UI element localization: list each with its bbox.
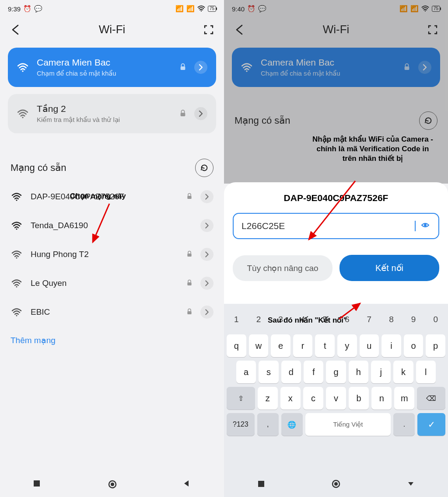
refresh-button[interactable] [195, 159, 214, 177]
system-navbar [224, 473, 448, 497]
detail-chevron[interactable] [200, 248, 214, 261]
backspace-key[interactable]: ⌫ [417, 387, 445, 410]
key[interactable]: b [349, 387, 369, 410]
key[interactable]: g [326, 361, 346, 383]
detail-chevron[interactable] [200, 190, 214, 203]
key[interactable]: s [259, 361, 278, 383]
back-button[interactable] [233, 23, 246, 36]
key[interactable]: a [236, 361, 256, 383]
key[interactable]: 2 [249, 308, 269, 331]
period-key[interactable]: . [393, 413, 415, 436]
connected-network-card[interactable]: Camera Mien Bac Chạm để chia sẻ mật khẩu [8, 48, 216, 87]
key[interactable]: p [426, 334, 445, 357]
key[interactable]: y [337, 334, 357, 357]
advanced-options-button[interactable]: Tùy chọn nâng cao [233, 255, 332, 281]
alarm-icon: ⏰ [247, 5, 256, 13]
key[interactable]: t [315, 334, 335, 357]
key[interactable]: 6 [337, 308, 357, 331]
key[interactable]: 7 [360, 308, 379, 331]
detail-chevron[interactable] [200, 219, 214, 232]
annotation-enter-password: Nhập mật khẩu WiFi của Camera - chính là… [312, 135, 434, 163]
network-subtitle: Chạm để chia sẻ mật khẩu [261, 70, 396, 77]
key[interactable]: n [371, 387, 392, 410]
qr-scan-button[interactable] [202, 23, 215, 36]
network-list: DAP-9E040C9PAZ7526F Tenda_DA6190 Hung Ph… [0, 181, 224, 327]
wifi-icon [17, 61, 29, 73]
key[interactable]: z [258, 387, 278, 410]
status-bar: 9:40 ⏰ 💬 📶 📶 75 [224, 0, 448, 17]
key[interactable]: q [227, 334, 246, 357]
network-name: Camera Mien Bac [261, 57, 396, 68]
lock-icon [186, 192, 192, 201]
key[interactable]: e [271, 334, 290, 357]
key[interactable]: 1 [227, 308, 246, 331]
detail-chevron[interactable] [194, 107, 207, 120]
key[interactable]: 3 [271, 308, 290, 331]
lock-icon [186, 250, 192, 259]
key[interactable]: w [249, 334, 269, 357]
back-button[interactable] [9, 23, 22, 36]
password-field-container[interactable] [233, 213, 439, 239]
page-title: Wi-Fi [246, 23, 426, 36]
key[interactable]: k [393, 361, 413, 383]
comma-key[interactable]: , [257, 413, 279, 436]
recent-apps-button[interactable] [257, 480, 265, 490]
detail-chevron[interactable] [418, 61, 431, 74]
enter-key[interactable]: ✓ [417, 413, 445, 436]
key[interactable]: h [349, 361, 368, 383]
home-button[interactable] [108, 480, 116, 488]
key[interactable]: r [293, 334, 313, 357]
signal-icon: 📶 [175, 5, 184, 13]
space-key[interactable]: Tiếng Việt [305, 413, 391, 436]
key[interactable]: c [303, 387, 323, 410]
key[interactable]: l [416, 361, 436, 383]
lock-icon [179, 63, 186, 72]
home-button[interactable] [331, 479, 341, 490]
back-nav-button[interactable] [182, 480, 191, 488]
refresh-button[interactable] [419, 111, 438, 130]
toggle-visibility-icon[interactable] [420, 221, 430, 231]
key[interactable]: j [371, 361, 391, 383]
shift-key[interactable]: ⇧ [227, 387, 255, 410]
recent-apps-button[interactable] [33, 480, 42, 488]
key[interactable]: d [281, 361, 301, 383]
language-key[interactable]: 🌐 [281, 413, 303, 436]
symbols-key[interactable]: ?123 [227, 413, 255, 436]
network-name: DAP-9E040C9PAZ7526F [31, 192, 178, 202]
key[interactable]: 0 [426, 308, 445, 331]
qr-scan-button[interactable] [426, 23, 439, 36]
key[interactable]: v [326, 387, 346, 410]
connected-network-card[interactable]: Camera Mien Bac Chạm để chia sẻ mật khẩu [232, 48, 440, 87]
hide-keyboard-button[interactable] [407, 480, 415, 490]
key[interactable]: u [360, 334, 379, 357]
battery-indicator: 75 [208, 6, 216, 12]
saved-network-card[interactable]: Tầng 2 Kiểm tra mật khẩu và thử lại [8, 94, 216, 133]
key[interactable]: 4 [293, 308, 313, 331]
key[interactable]: 5 [315, 308, 335, 331]
detail-chevron[interactable] [200, 277, 214, 290]
lock-icon [403, 63, 410, 72]
status-bar: 9:39 ⏰ 💬 📶 📶 75 [0, 0, 224, 17]
network-item[interactable]: EBIC [0, 298, 224, 327]
network-item[interactable]: Hung Phong T2 [0, 240, 224, 269]
key[interactable]: x [280, 387, 301, 410]
key[interactable]: f [304, 361, 323, 383]
network-item[interactable]: Tenda_DA6190 [0, 211, 224, 240]
available-networks-header: Mạng có sẵn [0, 153, 224, 181]
connect-button[interactable]: Kết nối [340, 255, 439, 281]
signal-icon: 📶 [399, 5, 408, 13]
key[interactable]: o [404, 334, 424, 357]
key[interactable]: 9 [404, 308, 424, 331]
network-item[interactable]: Le Quyen [0, 269, 224, 298]
add-network-button[interactable]: Thêm mạng [0, 327, 224, 353]
key[interactable]: m [394, 387, 414, 410]
network-name: Camera Mien Bac [37, 57, 172, 68]
wifi-icon [10, 277, 23, 289]
key[interactable]: i [382, 334, 401, 357]
network-item[interactable]: DAP-9E040C9PAZ7526F [0, 182, 224, 211]
detail-chevron[interactable] [200, 306, 214, 319]
password-input[interactable] [242, 221, 410, 231]
key[interactable]: 8 [382, 308, 401, 331]
detail-chevron[interactable] [194, 61, 207, 74]
svg-point-6 [111, 483, 114, 486]
